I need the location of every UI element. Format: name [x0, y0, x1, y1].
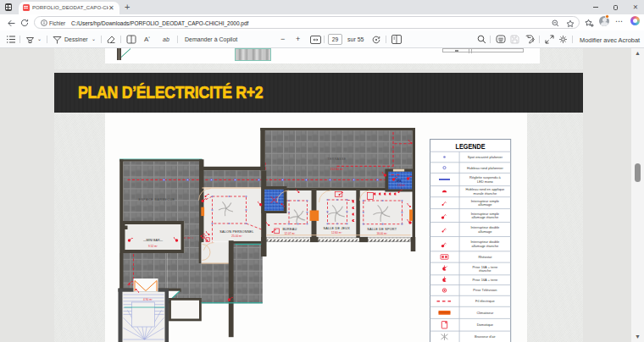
svg-text:LED mono: LED mono: [476, 179, 493, 184]
svg-text:Brasseur d'air: Brasseur d'air: [475, 334, 496, 339]
svg-text:Prise 16A + terre: Prise 16A + terre: [472, 278, 498, 282]
svg-text:LEGENDE: LEGENDE: [455, 142, 485, 151]
svg-text:SALLE DE SPORT: SALLE DE SPORT: [367, 228, 397, 231]
svg-text:BUREAU: BUREAU: [282, 228, 297, 231]
svg-text:allumage étanche: allumage étanche: [471, 215, 498, 219]
svg-text:ESPACE BARBECUE: ESPACE BARBECUE: [138, 198, 175, 201]
svg-text:Domotique: Domotique: [476, 323, 493, 327]
svg-text:16.00 m²: 16.00 m²: [376, 232, 387, 235]
svg-text:Fil électrique: Fil électrique: [475, 299, 495, 303]
svg-text:9.52 m²: 9.52 m²: [148, 245, 158, 248]
svg-text:2.50 m²: 2.50 m²: [397, 184, 404, 187]
svg-text:Climatiseur: Climatiseur: [476, 311, 494, 315]
svg-text:4.90 m²: 4.90 m²: [143, 298, 153, 301]
svg-text:allumage étanche: allumage étanche: [471, 244, 498, 248]
svg-text:SALLE DE JEUX: SALLE DE JEUX: [323, 227, 350, 230]
svg-text:Spot encastré plafonier: Spot encastré plafonier: [467, 155, 502, 159]
svg-text:—MINI BAR—: —MINI BAR—: [142, 239, 163, 242]
svg-text:allumage: allumage: [478, 229, 492, 234]
svg-text:SALON PERSONNEL: SALON PERSONNEL: [219, 230, 253, 234]
svg-text:152.60 m²: 152.60 m²: [330, 168, 343, 171]
svg-text:12.07 m²: 12.07 m²: [284, 232, 295, 235]
svg-text:Prise Télévision: Prise Télévision: [473, 288, 497, 292]
svg-text:murale étanche: murale étanche: [473, 191, 497, 196]
svg-text:étanche: étanche: [479, 268, 491, 273]
svg-text:Rhéostat: Rhéostat: [478, 255, 492, 259]
svg-text:Hubleau rond plafonnier: Hubleau rond plafonnier: [467, 166, 503, 170]
svg-text:12.60 m²: 12.60 m²: [330, 231, 341, 234]
svg-text:25.00 m²: 25.00 m²: [231, 234, 242, 238]
svg-text:SPA: SPA: [396, 179, 402, 183]
svg-text:TERRASSE: TERRASSE: [327, 157, 346, 161]
svg-text:allumage: allumage: [478, 202, 492, 207]
